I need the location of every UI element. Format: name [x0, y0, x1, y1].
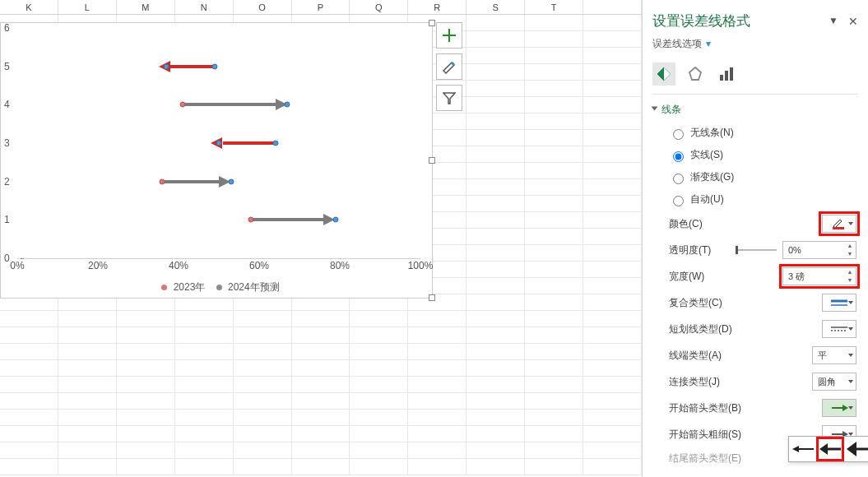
- marker-end[interactable]: [333, 217, 339, 223]
- join-label: 连接类型(J): [669, 375, 812, 389]
- opacity-slider[interactable]: [736, 249, 777, 251]
- y-tick: 1: [4, 214, 10, 225]
- marker-end[interactable]: [212, 63, 218, 69]
- begin-arrow-type-select[interactable]: [822, 399, 856, 417]
- join-type-select[interactable]: 圆角: [812, 373, 856, 391]
- error-bar[interactable]: [162, 180, 223, 183]
- dash-type-select[interactable]: [822, 320, 856, 338]
- col[interactable]: [583, 0, 642, 14]
- radio-solid-line[interactable]: 实线(S): [652, 144, 858, 166]
- format-panel: 设置误差线格式 ▼ ✕ 误差线选项 ▾ 线条 无线条(N) 实线(S) 渐变线(…: [642, 0, 868, 477]
- radio-no-line[interactable]: 无线条(N): [652, 122, 858, 144]
- chart[interactable]: 0 1 2 3 4 5 6: [0, 22, 433, 299]
- arrow-option-large[interactable]: [844, 437, 868, 461]
- panel-tabs: [652, 58, 858, 95]
- marker-end[interactable]: [285, 102, 290, 108]
- col[interactable]: N: [175, 0, 234, 14]
- dash-icon: [830, 325, 848, 333]
- svg-rect-5: [730, 67, 733, 81]
- error-bar[interactable]: [223, 141, 276, 145]
- width-input[interactable]: 3 磅 ▲▼: [782, 267, 856, 285]
- y-tick: 3: [4, 137, 10, 149]
- arrow-option-small[interactable]: [789, 437, 816, 461]
- arrow-size-gallery[interactable]: [788, 436, 868, 462]
- close-panel-button[interactable]: ✕: [848, 15, 858, 28]
- radio-auto-line[interactable]: 自动(U): [652, 188, 858, 211]
- marker-2023[interactable]: [160, 178, 165, 184]
- y-tick: 2: [4, 176, 10, 188]
- col[interactable]: M: [117, 0, 175, 14]
- col[interactable]: S: [466, 0, 525, 14]
- compound-type-select[interactable]: [822, 294, 856, 312]
- arrow-left-icon: [792, 443, 814, 455]
- col[interactable]: R: [408, 0, 466, 14]
- panel-title: 设置误差线格式: [652, 0, 858, 37]
- plot-area[interactable]: 0 1 2 3 4 5 6: [17, 28, 420, 258]
- col[interactable]: P: [292, 0, 350, 14]
- pen-icon: [832, 218, 847, 229]
- marker-end[interactable]: [228, 178, 234, 184]
- legend-label: 2024年预测: [228, 281, 280, 293]
- chevron-down-icon: ▾: [706, 38, 711, 49]
- y-tick: 0: [4, 252, 10, 264]
- svg-rect-6: [833, 227, 844, 229]
- line-section-header[interactable]: 线条: [652, 95, 858, 122]
- error-bar[interactable]: [170, 65, 215, 68]
- effects-tab[interactable]: [684, 63, 707, 86]
- x-tick: 40%: [169, 260, 188, 271]
- legend-marker-icon: [161, 285, 167, 290]
- error-bar-options-tab[interactable]: [715, 63, 738, 86]
- arrow-option-medium[interactable]: [816, 437, 843, 461]
- svg-rect-4: [725, 71, 728, 81]
- col[interactable]: T: [525, 0, 583, 14]
- legend-marker-icon: [216, 285, 222, 290]
- y-tick: 4: [4, 99, 10, 110]
- task-pane-options-button[interactable]: ▼: [829, 15, 838, 26]
- x-tick: 100%: [408, 260, 434, 271]
- panel-subtitle[interactable]: 误差线选项 ▾: [652, 37, 858, 58]
- error-bar[interactable]: [251, 218, 327, 221]
- tick: [21, 258, 24, 259]
- chart-styles-button[interactable]: [436, 53, 462, 80]
- marker-end[interactable]: [272, 141, 278, 146]
- x-tick: 60%: [249, 260, 269, 271]
- x-tick: 20%: [88, 260, 108, 271]
- x-axis-line: [17, 258, 420, 259]
- opacity-input[interactable]: 0% ▲▼: [782, 241, 856, 259]
- compound-label: 复合类型(C): [669, 296, 822, 310]
- radio-gradient-line[interactable]: 渐变线(G): [652, 166, 858, 188]
- resize-handle[interactable]: [429, 20, 435, 26]
- marker-2023[interactable]: [179, 102, 185, 108]
- error-bar[interactable]: [183, 103, 280, 106]
- arrow-right-icon: [830, 404, 848, 412]
- cap-type-select[interactable]: 平: [812, 346, 856, 364]
- cap-label: 线端类型(A): [669, 349, 812, 363]
- width-label: 宽度(W): [669, 270, 782, 284]
- svg-marker-16: [792, 446, 799, 452]
- dash-label: 短划线类型(D): [669, 322, 822, 336]
- color-label: 颜色(C): [669, 217, 822, 231]
- marker-end[interactable]: [216, 141, 222, 146]
- chart-filter-button[interactable]: [436, 85, 462, 111]
- fill-line-tab[interactable]: [652, 63, 675, 86]
- col[interactable]: Q: [350, 0, 408, 14]
- chart-elements-button[interactable]: [436, 22, 462, 49]
- column-headers: K L M N O P Q R S T: [0, 0, 642, 15]
- color-picker[interactable]: [822, 215, 856, 233]
- resize-handle[interactable]: [429, 294, 435, 301]
- y-tick: 5: [4, 61, 10, 72]
- svg-rect-3: [720, 75, 723, 81]
- x-tick: 80%: [330, 260, 350, 271]
- col[interactable]: K: [0, 0, 58, 14]
- arrow-left-icon: [819, 442, 841, 456]
- opacity-label: 透明度(T): [669, 243, 736, 257]
- marker-end[interactable]: [164, 63, 169, 69]
- col[interactable]: O: [234, 0, 292, 14]
- marker-2023[interactable]: [248, 217, 254, 223]
- lines-icon: [830, 299, 848, 307]
- resize-handle[interactable]: [429, 157, 435, 164]
- arrow-left-icon: [847, 441, 868, 457]
- col[interactable]: L: [58, 0, 117, 14]
- x-tick: 0%: [10, 260, 24, 271]
- legend[interactable]: 2023年 2024年预测: [1, 280, 432, 294]
